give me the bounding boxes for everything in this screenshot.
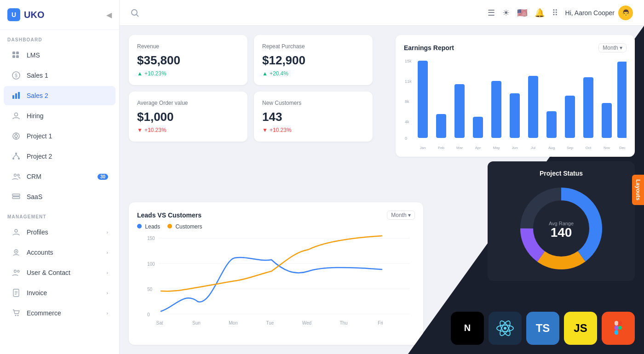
earnings-header: Earnings Report Month ▾ (404, 43, 627, 52)
stat-value: $12,900 (262, 53, 364, 68)
sidebar-item-label: User & Contact (27, 269, 70, 276)
svg-point-9 (15, 113, 18, 116)
customers-dot (167, 224, 172, 228)
svg-text:Jun: Jun (512, 146, 518, 150)
layouts-tab[interactable]: Layouts (632, 175, 644, 205)
svg-text:Oct: Oct (586, 146, 592, 150)
logo-icon: U (7, 8, 20, 21)
svg-rect-58 (454, 84, 465, 138)
stat-card-revenue: Revenue $35,800 ▲ +10.23% (129, 35, 247, 85)
sidebar-item-label: Sales 2 (27, 92, 48, 99)
stat-cards: Revenue $35,800 ▲ +10.23% Repeat Purchas… (129, 35, 373, 142)
svg-line-35 (137, 15, 138, 17)
project-status-chart: Avg Range 140 (515, 183, 607, 274)
svg-text:0: 0 (405, 136, 407, 141)
svg-text:4k: 4k (405, 120, 409, 124)
svg-rect-56 (418, 61, 428, 138)
sidebar-logo: U UKO ◀ (0, 0, 119, 30)
svg-line-17 (13, 154, 16, 158)
sidebar-item-crm[interactable]: CRM 30 (4, 167, 115, 186)
bell-icon[interactable]: 🔔 (535, 8, 545, 18)
svg-rect-60 (491, 81, 501, 138)
sidebar-item-sales2[interactable]: Sales 2 (4, 86, 115, 105)
svg-point-27 (17, 270, 19, 272)
content-area: Revenue $35,800 ▲ +10.23% Repeat Purchas… (120, 26, 644, 354)
sidebar-item-invoice[interactable]: Invoice › (4, 283, 115, 303)
stat-change-value: +10.23% (270, 127, 292, 133)
js-label: JS (574, 322, 587, 335)
svg-text:Apr: Apr (475, 146, 481, 150)
stat-label: Repeat Purchase (262, 43, 364, 50)
chevron-right-icon: › (106, 250, 108, 255)
svg-point-16 (18, 158, 20, 160)
leads-legend-item: Leads (137, 223, 160, 230)
svg-rect-6 (12, 95, 14, 99)
chevron-right-icon: › (106, 290, 108, 296)
svg-rect-21 (12, 194, 20, 196)
tech-logo-figma (602, 312, 635, 345)
leads-chart-card: Leads VS Customers Month ▾ Leads Custome… (129, 202, 423, 345)
svg-rect-1 (16, 51, 19, 54)
svg-text:15k: 15k (405, 59, 412, 63)
svg-text:N: N (464, 323, 471, 333)
svg-rect-22 (12, 197, 20, 199)
sidebar-item-ecommerce[interactable]: Ecommerce › (4, 303, 115, 323)
svg-rect-8 (18, 92, 20, 99)
sidebar-item-label: Project 2 (27, 153, 52, 160)
svg-text:Nov: Nov (604, 146, 610, 150)
stat-card-avg-order: Average Order value $1,000 ▼ +10.23% (129, 91, 247, 142)
sidebar-item-saas[interactable]: SaaS (4, 187, 115, 206)
apps-icon[interactable]: ⠿ (552, 8, 558, 18)
sidebar-item-lms[interactable]: LMS (4, 46, 115, 65)
svg-rect-65 (583, 77, 593, 138)
leads-dropdown[interactable]: Month ▾ (387, 211, 415, 220)
stat-value: $35,800 (137, 53, 239, 68)
sidebar-item-user-contact[interactable]: User & Contact › (4, 263, 115, 282)
earnings-title: Earnings Report (404, 44, 454, 51)
tech-logo-ts: TS (526, 312, 559, 345)
earnings-dropdown[interactable]: Month ▾ (598, 43, 627, 52)
flag-icon[interactable]: 🇺🇸 (517, 8, 527, 18)
collapse-sidebar-button[interactable]: ◀ (106, 11, 112, 19)
tech-logo-react (489, 312, 522, 345)
crm-badge: 30 (98, 174, 108, 180)
svg-text:Jul: Jul (531, 146, 535, 150)
svg-text:140: 140 (551, 225, 572, 240)
stat-card-customers: New Customers 143 ▼ +10.23% (254, 91, 373, 142)
sidebar-item-project1[interactable]: Project 1 (4, 126, 115, 146)
svg-text:Jan: Jan (420, 146, 426, 150)
theme-icon[interactable]: ☀ (502, 8, 510, 18)
svg-rect-67 (617, 62, 627, 138)
svg-text:8k: 8k (405, 99, 409, 104)
svg-text:Sat: Sat (156, 320, 163, 325)
sidebar-item-project2[interactable]: Project 2 (4, 147, 115, 166)
stat-value: $1,000 (137, 110, 239, 124)
sidebar-item-profiles[interactable]: Profiles › (4, 223, 115, 242)
svg-point-25 (16, 251, 17, 252)
customers-legend-item: Customers (167, 223, 202, 230)
menu-icon[interactable]: ☰ (488, 8, 495, 18)
svg-line-18 (16, 154, 19, 158)
svg-point-26 (14, 270, 17, 273)
tech-logo-nextjs: N (451, 312, 484, 345)
sidebar-item-hiring[interactable]: Hiring (4, 106, 115, 126)
sidebar-item-sales1[interactable]: $ Sales 1 (4, 66, 115, 85)
leads-legend: Leads Customers (137, 223, 415, 230)
stat-label: New Customers (262, 100, 364, 106)
tech-logos: N TS JS (451, 312, 635, 345)
crm-icon (11, 171, 21, 182)
ecommerce-icon (11, 308, 21, 318)
stat-change: ▼ +10.23% (262, 127, 364, 133)
leads-chart-svg: 150 100 50 0 S (137, 234, 415, 330)
svg-point-14 (15, 153, 17, 154)
svg-text:150: 150 (147, 236, 155, 241)
sidebar-item-accounts[interactable]: Accounts › (4, 243, 115, 262)
stat-card-repeat: Repeat Purchase $12,900 ▲ +20.4% (254, 35, 373, 85)
logo-text: UKO (24, 10, 44, 20)
sidebar-item-label: Hiring (27, 112, 44, 120)
svg-text:0: 0 (147, 312, 150, 317)
earnings-chart-card: Earnings Report Month ▾ 15k 11k 8k 4k 0 (396, 35, 635, 157)
stat-change: ▲ +10.23% (137, 70, 239, 77)
svg-rect-95 (615, 330, 618, 335)
svg-text:Feb: Feb (438, 146, 444, 150)
